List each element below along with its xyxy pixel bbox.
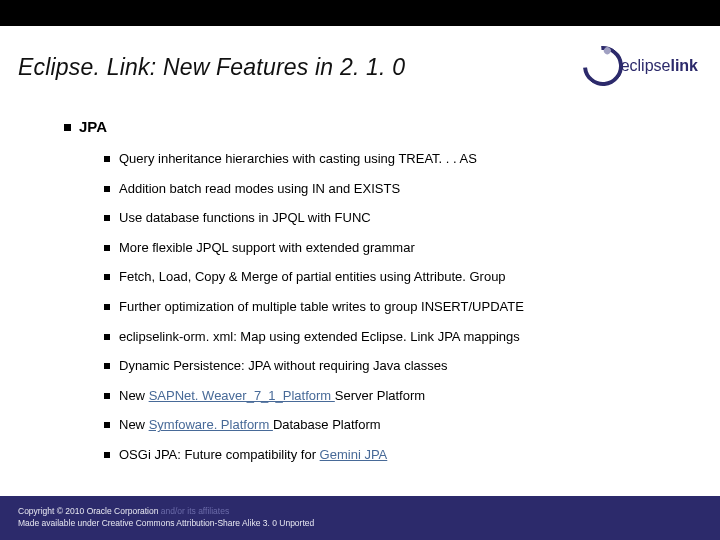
list-item-text: New SAPNet. Weaver_7_1_Platform Server P… bbox=[119, 388, 425, 404]
slide-title: Eclipse. Link: New Features in 2. 1. 0 bbox=[18, 54, 405, 81]
bullet-list: Query inheritance hierarchies with casti… bbox=[104, 151, 690, 463]
list-item-text: Dynamic Persistence: JPA without requiri… bbox=[119, 358, 448, 374]
section-heading: JPA bbox=[79, 118, 107, 135]
brand-logo-word1: eclipse bbox=[621, 57, 671, 74]
bullet-square-icon bbox=[104, 215, 110, 221]
brand-logo-text: eclipselink bbox=[621, 57, 698, 75]
list-item-post: Database Platform bbox=[273, 417, 381, 432]
list-item-text: eclipselink-orm. xml: Map using extended… bbox=[119, 329, 520, 345]
list-item: Fetch, Load, Copy & Merge of partial ent… bbox=[104, 269, 690, 285]
list-item-text: Addition batch read modes using IN and E… bbox=[119, 181, 400, 197]
list-item: Query inheritance hierarchies with casti… bbox=[104, 151, 690, 167]
list-item-link[interactable]: SAPNet. Weaver_7_1_Platform bbox=[149, 388, 335, 403]
list-item: Use database functions in JPQL with FUNC bbox=[104, 210, 690, 226]
list-item-text: Query inheritance hierarchies with casti… bbox=[119, 151, 477, 167]
list-item-pre: Fetch, Load, Copy & Merge of partial ent… bbox=[119, 269, 506, 284]
list-item: Addition batch read modes using IN and E… bbox=[104, 181, 690, 197]
list-item-pre: Addition batch read modes using IN and E… bbox=[119, 181, 400, 196]
list-item: Further optimization of multiple table w… bbox=[104, 299, 690, 315]
list-item: New SAPNet. Weaver_7_1_Platform Server P… bbox=[104, 388, 690, 404]
list-item: OSGi JPA: Future compatibility for Gemin… bbox=[104, 447, 690, 463]
top-black-bar bbox=[0, 0, 720, 26]
list-item-link[interactable]: Symfoware. Platform bbox=[149, 417, 273, 432]
list-item-pre: Query inheritance hierarchies with casti… bbox=[119, 151, 477, 166]
list-item-pre: New bbox=[119, 417, 149, 432]
bullet-square-icon bbox=[104, 274, 110, 280]
content-area: JPA Query inheritance hierarchies with c… bbox=[64, 118, 690, 477]
list-item-post: Server Platform bbox=[335, 388, 425, 403]
section-heading-row: JPA bbox=[64, 118, 690, 135]
list-item-pre: New bbox=[119, 388, 149, 403]
list-item-pre: Dynamic Persistence: JPA without requiri… bbox=[119, 358, 448, 373]
list-item: New Symfoware. Platform Database Platfor… bbox=[104, 417, 690, 433]
bullet-square-icon bbox=[104, 245, 110, 251]
bullet-square-icon bbox=[104, 304, 110, 310]
list-item: Dynamic Persistence: JPA without requiri… bbox=[104, 358, 690, 374]
list-item-text: More flexible JPQL support with extended… bbox=[119, 240, 415, 256]
bullet-square-icon bbox=[104, 363, 110, 369]
copyright-text: Copyright © 2010 Oracle Corporation bbox=[18, 506, 158, 516]
list-item-pre: More flexible JPQL support with extended… bbox=[119, 240, 415, 255]
list-item: eclipselink-orm. xml: Map using extended… bbox=[104, 329, 690, 345]
list-item-text: OSGi JPA: Future compatibility for Gemin… bbox=[119, 447, 387, 463]
list-item-pre: OSGi JPA: Future compatibility for bbox=[119, 447, 320, 462]
copyright-faded: and/or its affiliates bbox=[158, 506, 229, 516]
bullet-square-icon bbox=[104, 422, 110, 428]
footer-bar: Copyright © 2010 Oracle Corporation and/… bbox=[0, 496, 720, 540]
list-item-pre: Further optimization of multiple table w… bbox=[119, 299, 524, 314]
list-item-link[interactable]: Gemini JPA bbox=[320, 447, 388, 462]
list-item-text: Further optimization of multiple table w… bbox=[119, 299, 524, 315]
list-item-text: Use database functions in JPQL with FUNC bbox=[119, 210, 371, 226]
bullet-square-icon bbox=[104, 393, 110, 399]
footer-line-2: Made available under Creative Commons At… bbox=[18, 517, 702, 529]
bullet-square-icon bbox=[64, 124, 71, 131]
bullet-square-icon bbox=[104, 156, 110, 162]
bullet-square-icon bbox=[104, 334, 110, 340]
slide: Eclipse. Link: New Features in 2. 1. 0 e… bbox=[0, 0, 720, 540]
bullet-square-icon bbox=[104, 186, 110, 192]
footer-line-1: Copyright © 2010 Oracle Corporation and/… bbox=[18, 505, 702, 517]
brand-logo: eclipselink bbox=[583, 46, 698, 86]
list-item-text: New Symfoware. Platform Database Platfor… bbox=[119, 417, 381, 433]
eclipse-swirl-icon bbox=[574, 38, 630, 94]
list-item: More flexible JPQL support with extended… bbox=[104, 240, 690, 256]
brand-logo-word2: link bbox=[670, 57, 698, 74]
list-item-text: Fetch, Load, Copy & Merge of partial ent… bbox=[119, 269, 506, 285]
list-item-pre: Use database functions in JPQL with FUNC bbox=[119, 210, 371, 225]
bullet-square-icon bbox=[104, 452, 110, 458]
list-item-pre: eclipselink-orm. xml: Map using extended… bbox=[119, 329, 520, 344]
